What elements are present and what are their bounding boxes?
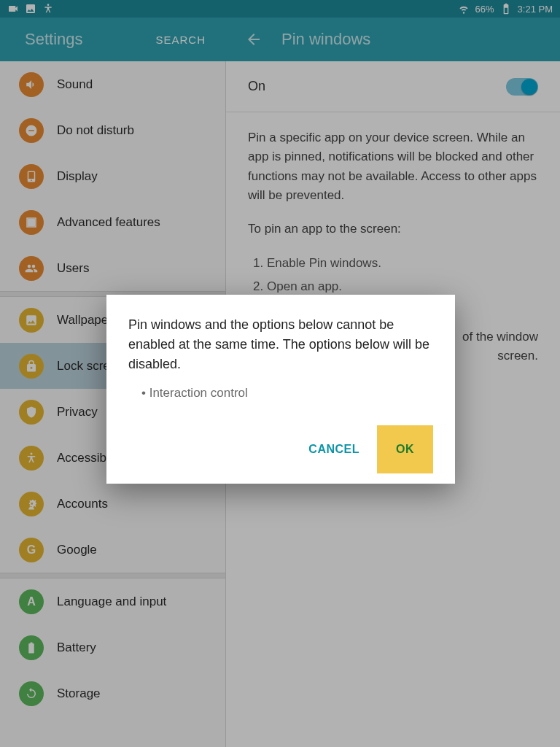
ok-button[interactable]: OK <box>377 425 433 473</box>
dialog-message: Pin windows and the options below cannot… <box>128 315 433 374</box>
confirm-dialog: Pin windows and the options below cannot… <box>106 295 455 484</box>
cancel-button[interactable]: CANCEL <box>295 428 373 471</box>
dialog-bullet: • Interaction control <box>128 386 433 400</box>
